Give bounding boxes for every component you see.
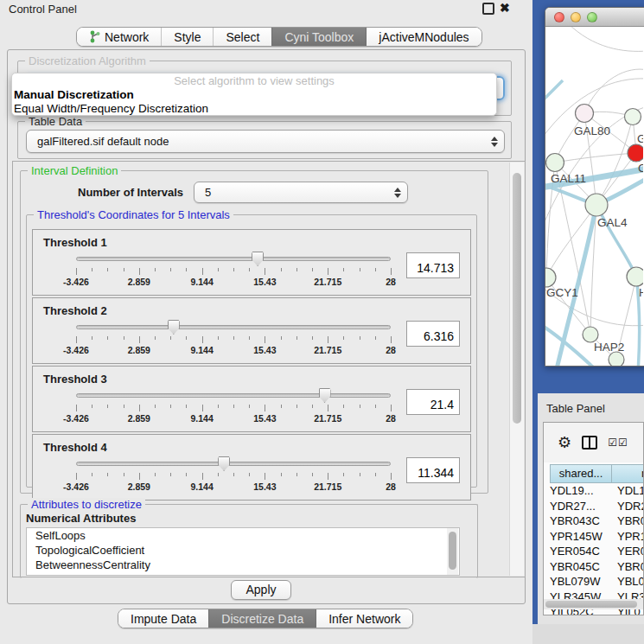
attributes-list-scrollbar[interactable]	[447, 528, 458, 575]
group-title: Discretization Algorithm	[25, 54, 150, 67]
cell-name[interactable]: YBR0	[612, 560, 644, 576]
threshold-value-field[interactable]	[406, 389, 460, 415]
node-gal80[interactable]	[576, 105, 594, 123]
threshold-panel: Threshold 1-3.4262.8599.14415.4321.71528	[32, 229, 471, 296]
gear-icon[interactable]: ⚙	[558, 435, 571, 450]
column-header-name[interactable]: n	[612, 464, 644, 483]
threshold-value-field[interactable]	[406, 457, 460, 483]
cell-name[interactable]: YDR2	[612, 500, 644, 515]
threshold-slider[interactable]: -3.4262.8599.14415.4321.71528	[76, 319, 391, 357]
tab-label: jActiveMNodules	[379, 30, 469, 44]
tick-label: 28	[386, 345, 396, 355]
slider-thumb[interactable]	[252, 252, 264, 266]
slider-thumb[interactable]	[319, 388, 331, 403]
slider-row: -3.4262.8599.14415.4321.71528	[33, 319, 470, 357]
cell-shared-name[interactable]: YPR145W	[550, 530, 612, 545]
slider-thumb[interactable]	[218, 456, 230, 471]
tick-label: 9.144	[190, 345, 213, 355]
table-row[interactable]: YPR145WYPR1	[550, 530, 644, 545]
node-label: C	[638, 162, 643, 175]
close-icon[interactable]: ✖	[500, 1, 510, 15]
table-row[interactable]: YBR043CYBR0	[550, 514, 644, 530]
tab-label: Cyni Toolbox	[284, 30, 354, 44]
numerical-attributes-list[interactable]: SelfLoopsTopologicalCoefficientBetweenne…	[26, 527, 460, 576]
cell-shared-name[interactable]: YBR043C	[550, 514, 612, 530]
slider-thumb[interactable]	[168, 320, 180, 335]
table-row[interactable]: YDR27...YDR2	[550, 500, 644, 515]
slider-tick-labels: -3.4262.8599.14415.4321.71528	[76, 481, 391, 492]
attribute-list-item[interactable]: BetweennessCentrality	[27, 558, 459, 572]
threshold-value-field[interactable]	[406, 252, 460, 278]
table-horizontal-scrollbar[interactable]	[544, 599, 643, 609]
tab-jactivemnodules[interactable]: jActiveMNodules	[366, 28, 481, 46]
tick-label: 28	[386, 277, 396, 287]
columns-icon[interactable]	[582, 436, 597, 450]
cell-shared-name[interactable]: YBL079W	[550, 575, 612, 590]
node-gcy1[interactable]	[545, 268, 556, 287]
slider-track[interactable]	[76, 325, 391, 329]
cell-shared-name[interactable]: YER054C	[550, 545, 612, 560]
cell-name[interactable]: YPR1	[612, 530, 644, 545]
close-traffic-light-icon[interactable]	[554, 12, 564, 22]
node-selected-red[interactable]	[628, 144, 643, 162]
slider-row: -3.4262.8599.14415.4321.71528	[33, 387, 470, 425]
popup-option-equal-width-frequency[interactable]: Equal Width/Frequency Discretization	[12, 102, 496, 116]
tab-cyni-toolbox[interactable]: Cyni Toolbox	[271, 28, 366, 46]
node-partial[interactable]	[609, 352, 624, 366]
threshold-panel: Threshold 4-3.4262.8599.14415.4321.71528	[32, 434, 471, 501]
apply-button[interactable]: Apply	[231, 580, 291, 600]
cell-shared-name[interactable]: YBR045C	[550, 560, 612, 576]
cell-name[interactable]: YDL1	[612, 484, 644, 500]
float-window-icon[interactable]	[482, 3, 494, 15]
table-row[interactable]: YER054CYER0	[550, 545, 644, 560]
tab-network[interactable]: Network	[77, 28, 161, 46]
zoom-traffic-light-icon[interactable]	[587, 12, 597, 22]
threshold-slider[interactable]: -3.4262.8599.14415.4321.71528	[76, 387, 391, 425]
slider-track[interactable]	[76, 462, 391, 466]
slider-row: -3.4262.8599.14415.4321.71528	[33, 251, 470, 289]
threshold-slider[interactable]: -3.4262.8599.14415.4321.71528	[76, 456, 391, 494]
node-label: GAL4	[597, 216, 628, 229]
tab-style[interactable]: Style	[161, 28, 213, 46]
table-data-combobox[interactable]: galFiltered.sif default node	[26, 130, 505, 153]
node-h[interactable]	[627, 267, 643, 286]
cell-name[interactable]: YBL0	[612, 575, 644, 590]
table-row[interactable]: YBR045CYBR0	[550, 560, 644, 576]
tab-select[interactable]: Select	[213, 28, 271, 46]
slider-track[interactable]	[76, 393, 391, 398]
attribute-list-item[interactable]: TopologicalCoefficient	[27, 543, 459, 558]
settings-panel-scrollbar[interactable]	[509, 163, 524, 576]
threshold-panel: Threshold 2-3.4262.8599.14415.4321.71528	[32, 297, 471, 364]
tab-discretize-data[interactable]: Discretize Data	[208, 609, 316, 628]
tab-impute-data[interactable]: Impute Data	[118, 609, 208, 628]
cell-shared-name[interactable]: YDL19...	[550, 484, 612, 500]
tick-label: 9.144	[190, 481, 213, 492]
node-gal4[interactable]	[585, 194, 608, 216]
select-columns-checkboxes-icon[interactable]: ☑☑	[608, 437, 628, 449]
attribute-list-item[interactable]: SelfLoops	[27, 528, 459, 543]
cell-name[interactable]: YER0	[612, 545, 644, 560]
threshold-value-field[interactable]	[406, 321, 460, 347]
scrollbar-thumb[interactable]	[449, 532, 456, 570]
thresholds-stack: Threshold 1-3.4262.8599.14415.4321.71528…	[32, 229, 471, 502]
threshold-slider[interactable]: -3.4262.8599.14415.4321.71528	[76, 251, 391, 289]
number-of-intervals-combobox[interactable]: 5	[194, 182, 408, 203]
node-gal11[interactable]	[546, 154, 564, 172]
combo-stepper-icon	[485, 137, 504, 147]
popup-option-manual-discretization[interactable]: Manual Discretization	[12, 88, 496, 102]
network-canvas[interactable]: GAL80 G C GAL11 GAL4 GCY1 H HAP2	[545, 27, 644, 366]
scrollbar-thumb[interactable]	[513, 173, 521, 424]
table-row[interactable]: YBL079WYBL0	[550, 575, 644, 590]
slider-track[interactable]	[76, 257, 391, 261]
node-label: GCY1	[546, 286, 578, 299]
tick-label: 21.715	[314, 345, 341, 355]
scrollbar-thumb[interactable]	[545, 601, 637, 608]
cell-shared-name[interactable]: YDR27...	[550, 500, 612, 515]
tab-infer-network[interactable]: Infer Network	[316, 609, 412, 628]
column-header-shared-name[interactable]: shared...	[550, 464, 612, 483]
cell-name[interactable]: YBR0	[612, 514, 644, 530]
minimize-traffic-light-icon[interactable]	[571, 12, 581, 22]
bottom-tab-bar: Impute Data Discretize Data Infer Networ…	[118, 609, 413, 628]
node-g[interactable]	[625, 109, 641, 125]
table-row[interactable]: YDL19...YDL1	[550, 484, 644, 500]
